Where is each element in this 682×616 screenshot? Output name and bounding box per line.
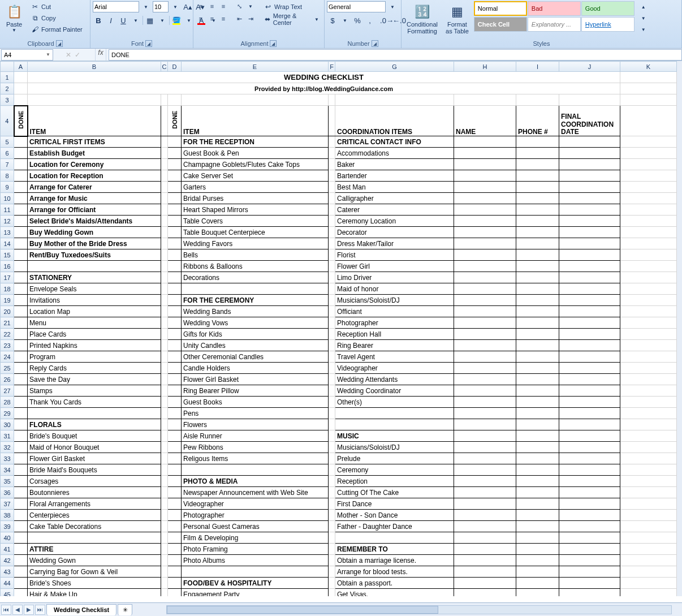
cell-A9[interactable] xyxy=(14,182,28,193)
cell-G25[interactable]: Videographer xyxy=(335,363,454,374)
cell-D4[interactable]: DONE xyxy=(168,106,182,136)
cell-B25[interactable]: Reply Cards xyxy=(28,363,161,374)
cell-E32[interactable]: Pew Ribbons xyxy=(182,442,329,453)
cell-D44[interactable] xyxy=(168,578,182,589)
row-header-23[interactable]: 23 xyxy=(1,340,14,351)
cell-A15[interactable] xyxy=(14,249,28,261)
row-header-45[interactable]: 45 xyxy=(1,589,14,597)
cell-D18[interactable] xyxy=(168,283,182,295)
cell-E41[interactable]: Photo Framing xyxy=(182,544,329,555)
cell-A21[interactable] xyxy=(14,317,28,329)
row-header-7[interactable]: 7 xyxy=(1,159,14,170)
fill-color-dropdown[interactable]: ▼ xyxy=(183,15,195,26)
cell-B41[interactable]: ATTIRE xyxy=(28,544,161,555)
cell-H21[interactable] xyxy=(454,317,516,329)
cell-J16[interactable] xyxy=(559,261,620,272)
cell-B37[interactable]: Floral Arrangements xyxy=(28,498,161,510)
cell-B31[interactable]: Bride's Bouquet xyxy=(28,430,161,442)
cell-D41[interactable] xyxy=(168,544,182,555)
cell-A19[interactable] xyxy=(14,295,28,306)
cell-B4[interactable]: ITEM xyxy=(28,106,161,136)
cell-B43[interactable]: Carrying Bag for Gown & Veil xyxy=(28,566,161,578)
cell-I29[interactable] xyxy=(516,408,559,419)
cell-I28[interactable] xyxy=(516,397,559,408)
font-name-combo[interactable] xyxy=(93,1,139,12)
cell-G20[interactable]: Officiant xyxy=(335,306,454,317)
cell-E12[interactable]: Table Covers xyxy=(182,216,329,227)
cell-E36[interactable]: Newspaper Announcement with Web Site xyxy=(182,487,329,498)
cell-H25[interactable] xyxy=(454,363,516,374)
cell-H12[interactable] xyxy=(454,216,516,227)
cell-I8[interactable] xyxy=(516,170,559,182)
row-header-2[interactable]: 2 xyxy=(1,83,14,94)
cell-A39[interactable] xyxy=(14,521,28,532)
italic-button[interactable]: I xyxy=(105,15,116,26)
cell-J27[interactable] xyxy=(559,385,620,397)
cell-H31[interactable] xyxy=(454,430,516,442)
increase-indent-button[interactable]: ⇥ xyxy=(245,14,256,24)
cell-D14[interactable] xyxy=(168,238,182,249)
align-bottom-button[interactable]: ≡ xyxy=(218,1,228,11)
fill-color-button[interactable]: 🪣 xyxy=(171,15,182,26)
border-button[interactable]: ▦ xyxy=(144,15,156,26)
cell-H9[interactable] xyxy=(454,182,516,193)
title-cell[interactable]: WEDDING CHECKLIST xyxy=(28,72,620,83)
cell-H32[interactable] xyxy=(454,442,516,453)
cell-I22[interactable] xyxy=(516,329,559,340)
cell-E5[interactable]: FOR THE RECEPTION xyxy=(182,136,329,148)
cell-A10[interactable] xyxy=(14,193,28,204)
cell-A6[interactable] xyxy=(14,148,28,159)
cell-G41[interactable]: REMEMBER TO xyxy=(335,544,454,555)
cell-A25[interactable] xyxy=(14,363,28,374)
cell-A27[interactable] xyxy=(14,385,28,397)
cell-G14[interactable]: Dress Maker/Tailor xyxy=(335,238,454,249)
cell-E9[interactable]: Garters xyxy=(182,182,329,193)
row-header-28[interactable]: 28 xyxy=(1,397,14,408)
cell-D12[interactable] xyxy=(168,216,182,227)
cell-J44[interactable] xyxy=(559,578,620,589)
cell-H14[interactable] xyxy=(454,238,516,249)
cell-I21[interactable] xyxy=(516,317,559,329)
row-header-40[interactable]: 40 xyxy=(1,532,14,544)
cell-G19[interactable]: Musicians/Soloist/DJ xyxy=(335,295,454,306)
cell-D34[interactable] xyxy=(168,464,182,476)
row-header-27[interactable]: 27 xyxy=(1,385,14,397)
cell-E20[interactable]: Wedding Bands xyxy=(182,306,329,317)
cell-G22[interactable]: Reception Hall xyxy=(335,329,454,340)
col-header-G[interactable]: G xyxy=(335,62,454,72)
row-header-8[interactable]: 8 xyxy=(1,170,14,182)
cell-style-good[interactable]: Good xyxy=(581,1,634,16)
cell-B40[interactable] xyxy=(28,532,161,544)
cell-H17[interactable] xyxy=(454,272,516,283)
cell-I14[interactable] xyxy=(516,238,559,249)
cell-D9[interactable] xyxy=(168,182,182,193)
cell-E42[interactable]: Photo Albums xyxy=(182,555,329,566)
cell-G9[interactable]: Best Man xyxy=(335,182,454,193)
cell-A33[interactable] xyxy=(14,453,28,464)
cell-A17[interactable] xyxy=(14,272,28,283)
cell-B21[interactable]: Menu xyxy=(28,317,161,329)
row-header-15[interactable]: 15 xyxy=(1,249,14,261)
cell-E15[interactable]: Bells xyxy=(182,249,329,261)
cell-J22[interactable] xyxy=(559,329,620,340)
cell-A12[interactable] xyxy=(14,216,28,227)
cell-J14[interactable] xyxy=(559,238,620,249)
row-header-31[interactable]: 31 xyxy=(1,430,14,442)
cell-E34[interactable] xyxy=(182,464,329,476)
cell-I11[interactable] xyxy=(516,204,559,216)
cell-G26[interactable]: Wedding Attendants xyxy=(335,374,454,385)
cell-I24[interactable] xyxy=(516,351,559,363)
cell-A20[interactable] xyxy=(14,306,28,317)
cell-I39[interactable] xyxy=(516,521,559,532)
cell-G40[interactable] xyxy=(335,532,454,544)
styles-scroll-up[interactable]: ▲ xyxy=(638,1,649,12)
col-header-H[interactable]: H xyxy=(454,62,516,72)
cell-E31[interactable]: Aisle Runner xyxy=(182,430,329,442)
cell-I25[interactable] xyxy=(516,363,559,374)
cell-I26[interactable] xyxy=(516,374,559,385)
cell-A35[interactable] xyxy=(14,476,28,487)
cell-J30[interactable] xyxy=(559,419,620,430)
cell-A41[interactable] xyxy=(14,544,28,555)
cell-G24[interactable]: Travel Agent xyxy=(335,351,454,363)
row-header-11[interactable]: 11 xyxy=(1,204,14,216)
